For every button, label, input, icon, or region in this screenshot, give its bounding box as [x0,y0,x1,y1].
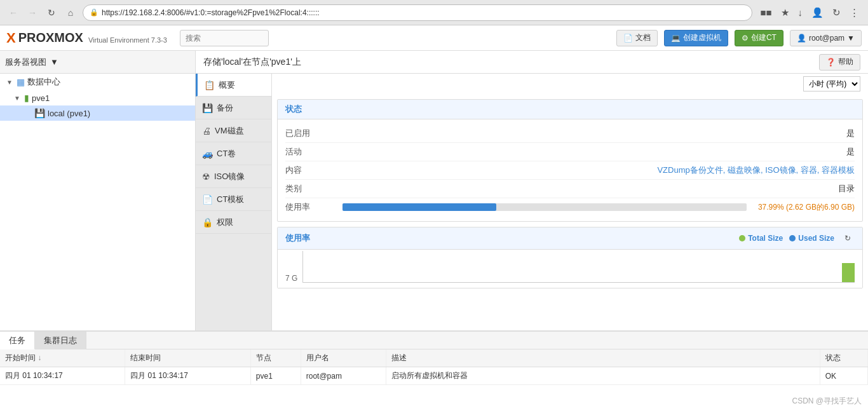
time-select[interactable]: 小时 (平均) 天 (平均) 周 (平均) 月 (平均) 年 (平均) [803,76,860,91]
docs-button[interactable]: 📄 文档 [616,30,658,46]
tab-iso-label: ISO镜像 [214,171,245,182]
page-title: 存储'local'在节点'pve1'上 [203,57,301,68]
tab-overview[interactable]: 📋 概要 [196,74,271,97]
address-bar[interactable]: 🔒 https://192.168.2.4:8006/#v1:0:=storag… [83,4,752,21]
sidebar-item-storage[interactable]: 💾 local (pve1) [0,105,195,121]
bookmark-button[interactable]: ★ [778,6,792,20]
col-start-time: 开始时间 ↓ [0,349,125,367]
bottom-tab-cluster[interactable]: 集群日志 [35,332,86,349]
tab-iso[interactable]: ☢ ISO镜像 [196,165,271,188]
help-button[interactable]: ❓ 帮助 [819,54,860,71]
tab-backup[interactable]: 💾 备份 [196,97,271,119]
cell-description: 启动所有虚拟机和容器 [386,367,820,385]
tab-overview-label: 概要 [219,79,235,91]
legend-total: Total Size [739,234,783,243]
search-input[interactable] [180,30,269,46]
type-label: 类别 [285,183,336,194]
sidebar-item-node[interactable]: ▼ ▮ pve1 [0,90,195,105]
tab-cttemplate[interactable]: 📄 CT模板 [196,188,271,211]
content-panel: 状态 已启用 是 活动 是 内容 [272,94,868,330]
chart-body: 7 G [278,250,862,288]
tab-ctvolume[interactable]: 🚙 CT卷 [196,142,271,165]
docs-icon: 📄 [623,34,633,43]
enabled-label: 已启用 [285,128,336,139]
user-button[interactable]: 👤 root@pam ▼ [790,30,862,46]
sidebar-item-datacenter[interactable]: ▼ ▦ 数据中心 [0,74,195,90]
time-select-row: 小时 (平均) 天 (平均) 周 (平均) 月 (平均) 年 (平均) [272,74,868,94]
bottom-tabs: 任务 集群日志 [0,332,868,349]
logo-proxmox: PROXMOX [18,30,83,45]
legend-used: Used Size [789,234,834,243]
download-button[interactable]: ↓ [796,6,806,20]
chart-refresh-button[interactable]: ↻ [841,231,855,245]
tab-ctvolume-label: CT卷 [217,148,236,159]
bottom-tab-tasks[interactable]: 任务 [0,332,35,349]
cell-end-time: 四月 01 10:34:17 [125,367,251,385]
create-ct-button[interactable]: ⚙ 创建CT [735,30,783,46]
back-button[interactable]: ← [6,6,20,20]
storage-label: local (pve1) [48,109,90,118]
status-section-body: 已启用 是 活动 是 内容 VZDump备份文件, 磁盘映像, ISO镜像, 容… [278,119,862,221]
status-row-active: 活动 是 [285,143,855,161]
col-end-time: 结束时间 [125,349,251,367]
table-header-row: 开始时间 ↓ 结束时间 节点 用户名 描述 [0,349,868,367]
status-row-type: 类别 目录 [285,180,855,198]
legend-used-label: Used Size [798,234,834,243]
datacenter-icon: ▦ [17,77,25,87]
reload-button[interactable]: ↻ [44,6,58,20]
active-label: 活动 [285,146,336,158]
datacenter-label: 数据中心 [27,76,60,88]
bottom-panel: 任务 集群日志 开始时间 ↓ 结束时间 节点 [0,330,868,413]
tasks-label: 任务 [9,335,25,346]
col-status: 状态 [820,349,867,367]
cluster-log-label: 集群日志 [44,335,77,346]
usage-text: 37.99% (2.62 GB的6.90 GB) [758,202,855,213]
home-button[interactable]: ⌂ [64,6,78,20]
tab-vmdisk[interactable]: 🖨 VM磁盘 [196,119,271,142]
usage-progress-container [342,203,747,211]
status-section: 状态 已启用 是 活动 是 内容 [277,99,863,222]
sync-button[interactable]: ↻ [830,6,843,20]
help-icon: ❓ [826,58,836,67]
tab-permission[interactable]: 🔒 权限 [196,211,271,234]
overview-icon: 📋 [204,80,215,90]
cell-start-time: 四月 01 10:34:17 [0,367,125,385]
extensions-button[interactable]: ■■ [757,6,774,20]
logo-ve: Virtual Environment 7.3-3 [88,36,167,44]
lock-icon: 🔒 [90,8,98,17]
browser-chrome: ← → ↻ ⌂ 🔒 https://192.168.2.4:8006/#v1:0… [0,0,868,25]
tasks-table: 开始时间 ↓ 结束时间 节点 用户名 描述 [0,349,868,385]
create-vm-button[interactable]: 💻 创建虚拟机 [664,30,728,46]
main-layout: 服务器视图 ▼ ▼ ▦ 数据中心 ▼ ▮ pve1 💾 local (pve1)… [0,51,868,330]
profile-button[interactable]: 👤 [809,6,826,20]
content-label: 内容 [285,165,336,176]
active-value: 是 [336,146,855,158]
content-value: VZDump备份文件, 磁盘映像, ISO镜像, 容器, 容器模板 [336,165,855,176]
dropdown-icon: ▼ [847,34,855,43]
monitor-icon: 💻 [671,34,681,43]
chart-y-label: 7 G [285,274,297,283]
forward-button[interactable]: → [25,6,39,20]
status-row-enabled: 已启用 是 [285,125,855,143]
legend-total-dot [739,235,745,241]
content-area: 存储'local'在节点'pve1'上 ❓ 帮助 📋 概要 💾 备份 🖨 [196,51,868,330]
table-row[interactable]: 四月 01 10:34:17 四月 01 10:34:17 pve1 root@… [0,367,868,385]
collapse-node-icon: ▼ [13,95,22,102]
chart-title: 使用率 [285,233,310,244]
bottom-table: 开始时间 ↓ 结束时间 节点 用户名 描述 [0,349,868,413]
content-header: 存储'local'在节点'pve1'上 ❓ 帮助 [196,51,868,74]
usage-chart-section: 使用率 Total Size Used Size ↻ [277,227,863,288]
cell-node: pve1 [250,367,301,385]
col-username: 用户名 [301,349,386,367]
sidebar-view-label: 服务器视图 [5,57,46,68]
ct-icon: ⚙ [742,34,749,43]
nav-tabs: 📋 概要 💾 备份 🖨 VM磁盘 🚙 CT卷 ☢ ISO镜像 [196,74,272,330]
address-url: https://192.168.2.4:8006/#v1:0:=storage%… [102,8,320,17]
settings-button[interactable]: ⋮ [847,6,862,20]
backup-icon: 💾 [202,103,213,113]
permission-icon: 🔒 [202,217,213,227]
col-node: 节点 [250,349,301,367]
ctvolume-icon: 🚙 [202,149,213,159]
col-description: 描述 [386,349,820,367]
status-row-content: 内容 VZDump备份文件, 磁盘映像, ISO镜像, 容器, 容器模板 [285,161,855,180]
